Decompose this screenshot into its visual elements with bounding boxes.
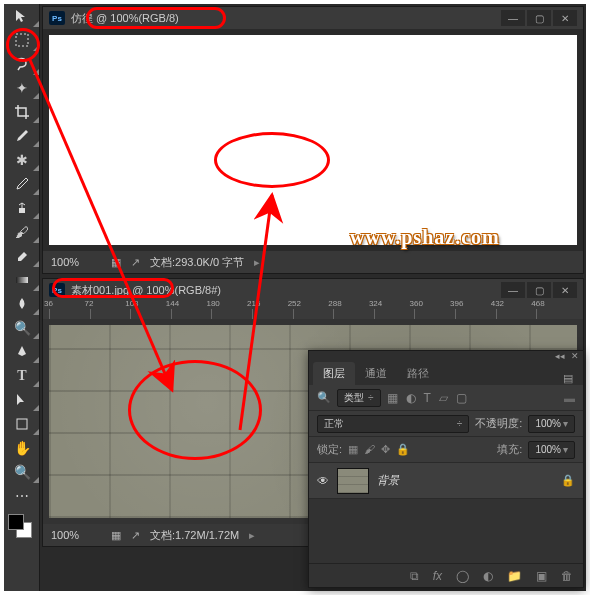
layer-name[interactable]: 背景	[377, 473, 553, 488]
status-icon[interactable]: ↗	[131, 256, 140, 269]
filter-type-icon[interactable]: T	[424, 391, 431, 405]
panel-tabs: 图层 通道 路径 ▤	[309, 361, 583, 385]
visibility-toggle-icon[interactable]: 👁	[317, 474, 329, 488]
collapse-icon[interactable]: ◂◂	[555, 351, 565, 361]
panel-close-icon[interactable]: ✕	[571, 351, 579, 361]
tool-palette: ✦ ✱ 🖌 🔍 T ✋ 🔍 ⋯	[4, 4, 40, 591]
doc1-canvas[interactable]	[49, 35, 577, 245]
lock-all-icon[interactable]: 🔒	[396, 443, 410, 456]
history-brush-tool[interactable]: 🖌	[4, 220, 40, 244]
edit-toolbar[interactable]: ⋯	[4, 484, 40, 508]
doc1-titlebar[interactable]: Ps 仿徨 @ 100%(RGB/8) — ▢ ✕	[43, 7, 583, 29]
layer-thumbnail[interactable]	[337, 468, 369, 494]
dodge-tool[interactable]: 🔍	[4, 316, 40, 340]
maximize-button[interactable]: ▢	[527, 10, 551, 26]
layer-list: 👁 背景 🔒	[309, 463, 583, 563]
filter-toggle[interactable]: ▬	[564, 392, 575, 404]
watermark-text: www.pshaz.com	[350, 226, 500, 249]
lock-position-icon[interactable]: 🖌	[364, 443, 375, 456]
move-tool[interactable]	[4, 4, 40, 28]
status-icon[interactable]: ↗	[131, 529, 140, 542]
doc2-title: 素材001.jpg @ 100%(RGB/8#)	[71, 283, 501, 298]
quick-select-tool[interactable]: ✦	[4, 76, 40, 100]
opacity-label: 不透明度:	[475, 416, 522, 431]
fill-input[interactable]: 100% ▾	[528, 441, 575, 459]
layer-filter-type[interactable]: 类型 ÷	[337, 389, 381, 407]
type-tool[interactable]: T	[4, 364, 40, 388]
clone-stamp-tool[interactable]	[4, 196, 40, 220]
hand-tool[interactable]: ✋	[4, 436, 40, 460]
crop-tool[interactable]	[4, 100, 40, 124]
lock-pixels-icon[interactable]: ▦	[348, 443, 358, 456]
filter-pixel-icon[interactable]: ▦	[387, 391, 398, 405]
layers-panel-footer: ⧉ fx ◯ ◐ 📁 ▣ 🗑	[309, 563, 583, 587]
tab-paths[interactable]: 路径	[397, 362, 439, 385]
tab-layers[interactable]: 图层	[313, 362, 355, 385]
status-icon[interactable]: ▦	[111, 256, 121, 269]
foreground-color[interactable]	[8, 514, 24, 530]
pen-tool[interactable]	[4, 340, 40, 364]
lock-move-icon[interactable]: ✥	[381, 443, 390, 456]
path-select-tool[interactable]	[4, 388, 40, 412]
svg-rect-1	[19, 208, 25, 213]
panel-menu-icon[interactable]: ▤	[557, 372, 579, 385]
healing-brush-tool[interactable]: ✱	[4, 148, 40, 172]
filter-shape-icon[interactable]: ▱	[439, 391, 448, 405]
adjustment-layer-icon[interactable]: ◐	[483, 569, 493, 583]
blend-mode-select[interactable]: 正常÷	[317, 415, 469, 433]
lasso-tool[interactable]	[4, 52, 40, 76]
ps-icon: Ps	[49, 11, 65, 25]
link-layers-icon[interactable]: ⧉	[410, 569, 419, 583]
eyedropper-tool[interactable]	[4, 124, 40, 148]
shape-tool[interactable]	[4, 412, 40, 436]
eraser-tool[interactable]	[4, 244, 40, 268]
lock-indicator-icon: 🔒	[561, 474, 575, 487]
lock-label: 锁定:	[317, 442, 342, 457]
filter-smart-icon[interactable]: ▢	[456, 391, 467, 405]
doc1-status-text: 文档:293.0K/0 字节	[150, 255, 244, 270]
gradient-tool[interactable]	[4, 268, 40, 292]
ps-icon: Ps	[49, 283, 65, 297]
close-button[interactable]: ✕	[553, 282, 577, 298]
opacity-input[interactable]: 100% ▾	[528, 415, 575, 433]
svg-rect-3	[17, 419, 27, 429]
doc2-status-text: 文档:1.72M/1.72M	[150, 528, 239, 543]
layer-item[interactable]: 👁 背景 🔒	[309, 463, 583, 499]
doc2-zoom[interactable]: 100%	[51, 529, 101, 541]
marquee-tool[interactable]	[4, 28, 40, 52]
group-icon[interactable]: 📁	[507, 569, 522, 583]
new-layer-icon[interactable]: ▣	[536, 569, 547, 583]
delete-layer-icon[interactable]: 🗑	[561, 569, 573, 583]
doc2-titlebar[interactable]: Ps 素材001.jpg @ 100%(RGB/8#) — ▢ ✕	[43, 279, 583, 301]
filter-adjust-icon[interactable]: ◐	[406, 391, 416, 405]
svg-rect-0	[16, 34, 28, 46]
svg-rect-2	[16, 277, 28, 283]
doc1-zoom[interactable]: 100%	[51, 256, 101, 268]
color-swatches[interactable]	[4, 512, 40, 542]
brush-tool[interactable]	[4, 172, 40, 196]
minimize-button[interactable]: —	[501, 282, 525, 298]
doc1-status-bar: 100% ▦ ↗ 文档:293.0K/0 字节 ▸	[43, 251, 583, 273]
layer-fx-icon[interactable]: fx	[433, 569, 442, 583]
fill-label: 填充:	[497, 442, 522, 457]
horizontal-ruler: 3672108144180216252288324360396432468	[43, 301, 583, 319]
close-button[interactable]: ✕	[553, 10, 577, 26]
layer-mask-icon[interactable]: ◯	[456, 569, 469, 583]
maximize-button[interactable]: ▢	[527, 282, 551, 298]
doc1-title: 仿徨 @ 100%(RGB/8)	[71, 11, 501, 26]
layers-panel: ◂◂ ✕ 图层 通道 路径 ▤ 🔍 类型 ÷ ▦ ◐ T ▱ ▢ ▬ 正常÷ 不…	[308, 350, 584, 588]
tab-channels[interactable]: 通道	[355, 362, 397, 385]
minimize-button[interactable]: —	[501, 10, 525, 26]
status-icon[interactable]: ▦	[111, 529, 121, 542]
blur-tool[interactable]	[4, 292, 40, 316]
zoom-tool[interactable]: 🔍	[4, 460, 40, 484]
document-window-1: Ps 仿徨 @ 100%(RGB/8) — ▢ ✕ 100% ▦ ↗ 文档:29…	[42, 6, 584, 274]
